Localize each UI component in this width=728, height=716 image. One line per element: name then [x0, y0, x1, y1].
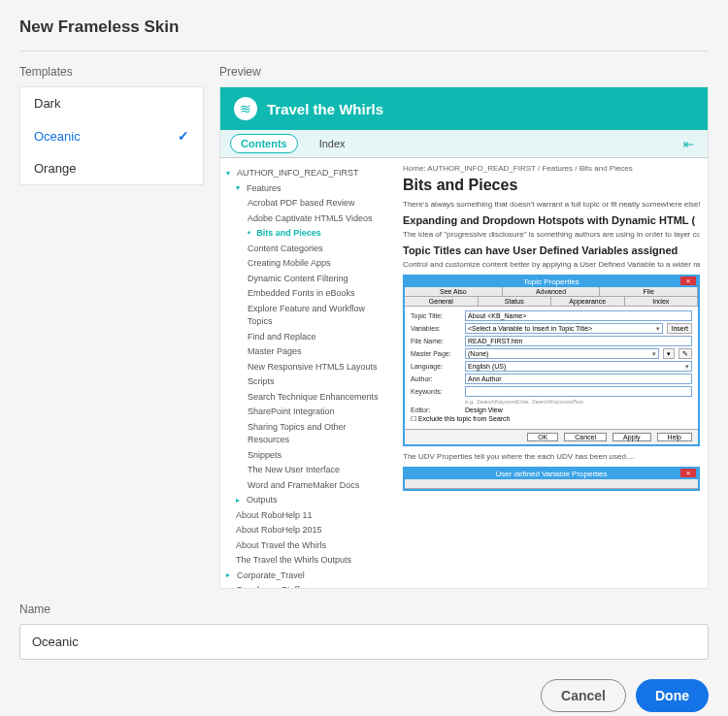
caret-right-icon: ▸ — [226, 585, 234, 589]
preview-label: Preview — [219, 65, 709, 79]
toc-node[interactable]: Dynamic Content Filtering — [226, 272, 389, 287]
toc-node[interactable]: Explore Feature and Workflow Topics — [226, 302, 389, 330]
template-list: DarkOceanic✓Orange — [19, 86, 204, 185]
toc-node[interactable]: Acrobat PDF based Review — [226, 196, 389, 212]
toc-label: Corporate_Travel — [237, 570, 305, 583]
toc-label: Scripts — [248, 375, 275, 389]
close-icon: × — [680, 469, 696, 477]
toc-label: The New User Interface — [248, 464, 340, 477]
toc-node[interactable]: SharePoint Integration — [226, 405, 389, 420]
template-label: Dark — [34, 96, 60, 111]
toc-node[interactable]: Content Categories — [226, 242, 389, 257]
toc-node[interactable]: Find and Replace — [226, 330, 389, 345]
toc-label: Explore Feature and Workflow Topics — [248, 303, 389, 329]
preview-body: ▾AUTHOR_INFO_READ_FIRST▾FeaturesAcrobat … — [220, 158, 708, 589]
toc-label: Embedded Fonts in eBooks — [248, 287, 355, 301]
new-skin-dialog: New Frameless Skin Templates DarkOceanic… — [0, 0, 728, 716]
toc-label: The Travel the Whirls Outputs — [236, 554, 351, 568]
toc-node[interactable]: The New User Interface — [226, 463, 389, 478]
subheading-2: Topic Titles can have User Defined Varia… — [403, 244, 700, 256]
template-item-orange[interactable]: Orange — [20, 152, 203, 184]
toc-label: Acrobat PDF based Review — [248, 197, 355, 211]
topic-heading: Bits and Pieces — [403, 177, 700, 194]
cancel-button[interactable]: Cancel — [541, 679, 626, 712]
toc-label: Outputs — [247, 494, 278, 507]
toc-label: SharePoint Integration — [248, 406, 335, 419]
templates-column: Templates DarkOceanic✓Orange — [19, 65, 204, 589]
caret-down-icon: ▾ — [236, 182, 244, 194]
toc-node[interactable]: Master Pages — [226, 344, 389, 360]
toc-label: Search Technique Enhancements — [248, 391, 378, 405]
toc-node[interactable]: About RoboHelp 11 — [226, 508, 389, 524]
toc-node[interactable]: ▾Features — [226, 181, 389, 197]
toc-label: Content Categories — [248, 243, 323, 256]
paragraph-3: Control and customize content better by … — [403, 260, 700, 269]
toc-label: About RoboHelp 11 — [236, 509, 313, 523]
toc-label: AUTHOR_INFO_READ_FIRST — [237, 167, 359, 180]
topic-properties-buttons: OK Cancel Apply Help — [405, 429, 698, 444]
toc-label: Master Pages — [248, 345, 302, 359]
breadcrumb: Home: AUTHOR_INFO_READ_FIRST / Features … — [403, 164, 700, 173]
toc-label: Dynamic Content Filtering — [248, 273, 348, 286]
caret-right-icon: ▸ — [236, 495, 244, 506]
toc-node[interactable]: Adobe Captivate HTML5 Videos — [226, 212, 389, 227]
toc-node[interactable]: ▾AUTHOR_INFO_READ_FIRST — [226, 166, 389, 181]
toc-label: Developer_Staff — [237, 584, 299, 589]
toc-node[interactable]: Word and FrameMaker Docs — [226, 478, 389, 494]
template-item-oceanic[interactable]: Oceanic✓ — [20, 119, 203, 152]
checkmark-icon: ✓ — [178, 128, 189, 144]
toc-label: New Responsive HTML5 Layouts — [248, 361, 378, 374]
toc-node[interactable]: Bits and Pieces — [226, 226, 389, 242]
done-button[interactable]: Done — [636, 679, 709, 712]
preview-tab-index[interactable]: Index — [310, 135, 355, 152]
subheading-1: Expanding and Dropdown Hotspots with Dyn… — [403, 214, 700, 226]
toc-label: About RoboHelp 2015 — [236, 524, 322, 537]
paragraph-2: The idea of "progressive disclosure" is … — [403, 230, 700, 239]
topic-properties-titlebar: Topic Properties × — [405, 277, 698, 287]
preview-column: Preview ≋ Travel the Whirls ContentsInde… — [219, 65, 709, 589]
preview-frame: ≋ Travel the Whirls ContentsIndex ⇤ ▾AUT… — [219, 86, 709, 589]
toc-node[interactable]: Creating Mobile Apps — [226, 256, 389, 272]
toc-node[interactable]: Embedded Fonts in eBooks — [226, 286, 389, 302]
toc-node[interactable]: ▸Outputs — [226, 493, 389, 508]
toc-node[interactable]: ▸Developer_Staff — [226, 583, 389, 589]
preview-header: ≋ Travel the Whirls — [220, 87, 708, 130]
toc-node[interactable]: ▸Corporate_Travel — [226, 569, 389, 584]
toc-label: Adobe Captivate HTML5 Videos — [248, 212, 372, 226]
toc-node[interactable]: Snippets — [226, 448, 389, 464]
templates-label: Templates — [19, 65, 204, 79]
template-label: Oceanic — [34, 129, 81, 144]
toc-node[interactable]: The Travel the Whirls Outputs — [226, 553, 389, 569]
topic-properties-form: Topic Title:About <KB_Name> Variables:<S… — [405, 307, 698, 429]
preview-tab-contents[interactable]: Contents — [230, 134, 298, 153]
dialog-title: New Frameless Skin — [19, 17, 709, 51]
topic-properties-tabs-row2: General Status Appearance Index — [405, 297, 698, 307]
toc-label: About Travel the Whirls — [236, 539, 326, 553]
udv-properties-dialog: User defined Variable Properties × — [403, 467, 700, 491]
name-label: Name — [19, 602, 709, 616]
toc-node[interactable]: Scripts — [226, 374, 389, 390]
paragraph-4: The UDV Properties tell you where the ea… — [403, 452, 700, 461]
toc-node[interactable]: About RoboHelp 2015 — [226, 523, 389, 538]
topic-properties-dialog: Topic Properties × See Also Advanced Fil… — [403, 275, 700, 446]
toc-label: Bits and Pieces — [256, 227, 321, 241]
close-icon: × — [680, 277, 696, 285]
preview-toc[interactable]: ▾AUTHOR_INFO_READ_FIRST▾FeaturesAcrobat … — [220, 158, 395, 589]
toc-label: Sharing Topics and Other Resources — [248, 421, 389, 447]
skin-name-input[interactable] — [19, 624, 709, 660]
preview-app-title: Travel the Whirls — [267, 101, 383, 117]
template-item-dark[interactable]: Dark — [20, 87, 203, 119]
toc-label: Snippets — [248, 449, 281, 463]
toc-node[interactable]: About Travel the Whirls — [226, 538, 389, 554]
caret-right-icon: ▸ — [226, 570, 234, 581]
toc-node[interactable]: Sharing Topics and Other Resources — [226, 420, 389, 448]
preview-tabs: ContentsIndex ⇤ — [220, 130, 708, 158]
collapse-icon[interactable]: ⇤ — [683, 137, 694, 151]
toc-node[interactable]: Search Technique Enhancements — [226, 390, 389, 406]
toc-node[interactable]: New Responsive HTML5 Layouts — [226, 360, 389, 375]
toc-label: Word and FrameMaker Docs — [248, 479, 359, 493]
topic-intro: There's always something that doesn't wa… — [403, 200, 700, 209]
preview-content: Home: AUTHOR_INFO_READ_FIRST / Features … — [395, 158, 708, 589]
caret-down-icon: ▾ — [226, 168, 234, 179]
toc-label: Find and Replace — [248, 331, 316, 344]
